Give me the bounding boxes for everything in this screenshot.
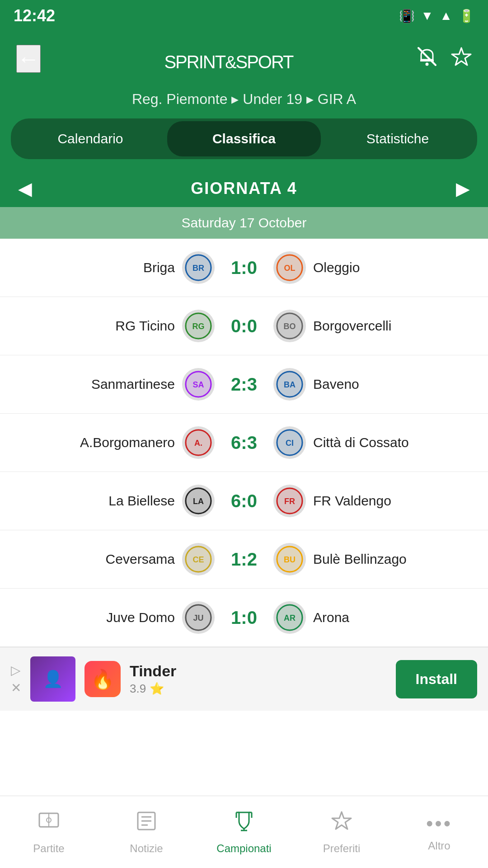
nav-altro-label: Altro <box>428 840 450 852</box>
prev-giornata-button[interactable]: ◀ <box>18 178 32 199</box>
svg-point-1 <box>426 62 429 66</box>
match-score: 1:2 <box>215 549 273 570</box>
bottom-nav: Partite Notizie Campionati <box>0 796 488 868</box>
away-team-name: Borgovercelli <box>313 318 391 334</box>
home-team-name: Briga <box>143 260 175 275</box>
star-icon <box>451 46 472 67</box>
svg-text:FR: FR <box>284 497 295 506</box>
match-row[interactable]: Ceversama CE 1:2 BU <box>0 530 488 589</box>
home-team-name: Juve Domo <box>106 610 175 625</box>
match-row[interactable]: Briga BR 1:0 OL <box>0 239 488 297</box>
away-team: BA Baveno <box>273 368 470 401</box>
home-team: RG Ticino RG <box>18 310 215 342</box>
nav-campionati[interactable]: Campionati <box>195 801 293 864</box>
home-team-name: A.Borgomanero <box>80 435 175 450</box>
home-team: Briga BR <box>18 251 215 284</box>
away-team: BO Borgovercelli <box>273 310 470 342</box>
close-ad-icon[interactable]: ✕ <box>11 680 21 695</box>
tabs-container: Calendario Classifica Statistiche <box>0 118 488 170</box>
header-actions <box>417 46 472 72</box>
next-giornata-button[interactable]: ▶ <box>456 178 470 199</box>
wifi-icon: ▲ <box>440 9 452 23</box>
home-team: Sanmartinese SA <box>18 368 215 401</box>
home-team: Ceversama CE <box>18 543 215 576</box>
ad-rating: 3.9 ⭐ <box>130 682 387 696</box>
home-team-logo: LA <box>182 485 215 517</box>
ad-install-button[interactable]: Install <box>396 660 477 698</box>
notizie-icon <box>135 810 158 838</box>
tabs: Calendario Classifica Statistiche <box>11 118 477 159</box>
away-team-name: Bulè Bellinzago <box>313 552 407 567</box>
altro-icon: ••• <box>426 812 452 835</box>
home-team-logo: A. <box>182 426 215 459</box>
ad-banner: ▷ ✕ 👤 🔥 Tinder 3.9 ⭐ Install <box>0 647 488 711</box>
away-team-logo: FR <box>273 485 306 517</box>
ad-app-name: Tinder <box>130 662 387 680</box>
svg-text:CI: CI <box>286 439 294 448</box>
nav-campionati-label: Campionati <box>216 842 271 855</box>
partite-icon <box>38 810 60 838</box>
svg-marker-58 <box>332 812 351 829</box>
away-team-logo: BA <box>273 368 306 401</box>
favorites-button[interactable] <box>451 46 472 72</box>
away-team: BU Bulè Bellinzago <box>273 543 470 576</box>
match-row[interactable]: RG Ticino RG 0:0 BO <box>0 297 488 355</box>
campionati-icon <box>233 810 255 838</box>
nav-partite-label: Partite <box>33 842 64 855</box>
match-row[interactable]: Juve Domo JU 1:0 AR <box>0 589 488 647</box>
svg-text:CE: CE <box>192 555 204 564</box>
status-time: 12:42 <box>14 6 55 25</box>
away-team: AR Arona <box>273 601 470 634</box>
away-team-logo: BO <box>273 310 306 342</box>
notifications-button[interactable] <box>417 46 437 72</box>
giornata-title: GIORNATA 4 <box>191 179 297 198</box>
nav-preferiti[interactable]: Preferiti <box>293 801 390 864</box>
tab-statistiche[interactable]: Statistiche <box>321 121 474 156</box>
away-team: FR FR Valdengo <box>273 485 470 517</box>
breadcrumb: Reg. Piemonte ▸ Under 19 ▸ GIR A <box>0 86 488 118</box>
svg-text:LA: LA <box>193 497 204 506</box>
preferiti-icon <box>330 810 353 838</box>
tab-calendario[interactable]: Calendario <box>14 121 167 156</box>
ad-skip-controls: ▷ ✕ <box>11 663 21 695</box>
away-team-name: Baveno <box>313 377 359 392</box>
match-score: 0:0 <box>215 316 273 336</box>
back-button[interactable]: ← <box>16 45 41 73</box>
away-team-logo: BU <box>273 543 306 576</box>
match-row[interactable]: Sanmartinese SA 2:3 BA <box>0 355 488 414</box>
svg-marker-2 <box>452 48 471 65</box>
svg-text:JU: JU <box>193 613 203 623</box>
home-team: Juve Domo JU <box>18 601 215 634</box>
svg-text:A.: A. <box>194 439 202 448</box>
away-team: CI Città di Cossato <box>273 426 470 459</box>
tab-classifica[interactable]: Classifica <box>167 121 321 156</box>
app-header: ← SPRINT&SPORT <box>0 32 488 86</box>
nav-notizie-label: Notizie <box>130 842 163 855</box>
away-team-name: Città di Cossato <box>313 435 409 450</box>
nav-altro[interactable]: ••• Altro <box>390 803 488 861</box>
svg-text:BR: BR <box>192 264 204 273</box>
star-rating-icon: ⭐ <box>150 682 164 696</box>
away-team-logo: CI <box>273 426 306 459</box>
away-team-logo: AR <box>273 601 306 634</box>
away-team-logo: OL <box>273 251 306 284</box>
nav-notizie[interactable]: Notizie <box>98 801 195 864</box>
home-team-logo: JU <box>182 601 215 634</box>
bell-slash-icon <box>417 46 437 67</box>
svg-text:BO: BO <box>284 322 296 331</box>
match-score: 2:3 <box>215 374 273 395</box>
signal-icon: ▼ <box>421 9 434 23</box>
date-bar: Saturday 17 October <box>0 207 488 239</box>
match-row[interactable]: A.Borgomanero A. 6:3 CI <box>0 414 488 472</box>
home-team-logo: RG <box>182 310 215 342</box>
match-row[interactable]: La Biellese LA 6:0 FR <box>0 472 488 530</box>
home-team-logo: CE <box>182 543 215 576</box>
status-icons: 📳 ▼ ▲ 🔋 <box>399 9 474 24</box>
svg-text:AR: AR <box>284 613 296 623</box>
home-team-logo: SA <box>182 368 215 401</box>
home-team-name: La Biellese <box>108 493 175 509</box>
battery-icon: 🔋 <box>459 9 474 24</box>
nav-partite[interactable]: Partite <box>0 801 98 864</box>
svg-text:OL: OL <box>284 264 296 273</box>
home-team-logo: BR <box>182 251 215 284</box>
